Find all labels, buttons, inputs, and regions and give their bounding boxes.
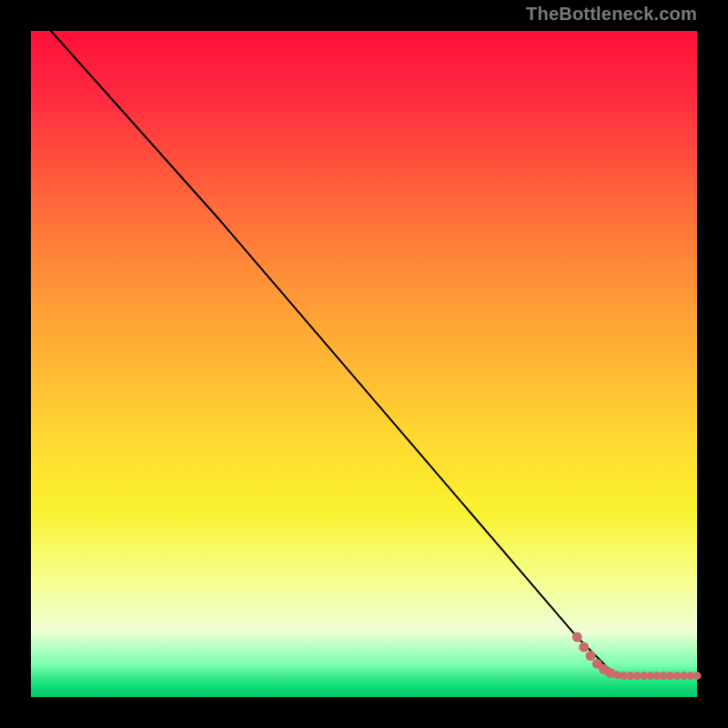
marker-dots	[572, 632, 702, 681]
marker-dot	[693, 672, 702, 680]
curve-line	[51, 31, 611, 671]
marker-dot	[585, 651, 595, 661]
chart-overlay	[0, 0, 728, 728]
marker-dot	[572, 632, 582, 642]
chart-frame: TheBottleneck.com	[0, 0, 728, 728]
marker-dot	[579, 642, 589, 652]
